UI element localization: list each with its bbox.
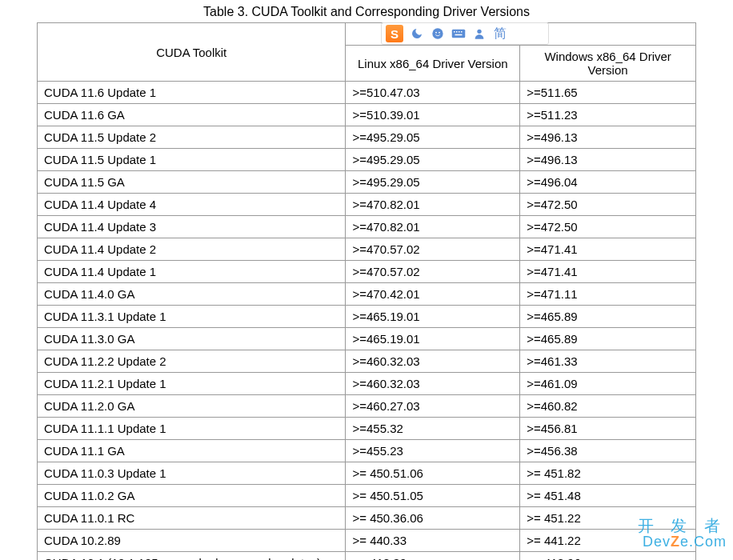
svg-rect-4 <box>454 31 455 33</box>
cell-linux: >=465.19.01 <box>346 306 520 328</box>
cell-linux: >=495.29.05 <box>346 171 520 194</box>
cell-linux: >= 450.36.06 <box>346 507 520 530</box>
table-row: CUDA 11.3.0 GA>=465.19.01>=465.89 <box>38 328 696 350</box>
svg-rect-6 <box>459 31 460 33</box>
cuda-driver-table: CUDA Toolkit Version Linux x86_64 Driver… <box>37 22 696 560</box>
table-row: CUDA 10.1 (10.1.105 general release, and… <box>38 552 696 561</box>
table-row: CUDA 11.5 Update 2>=495.29.05>=496.13 <box>38 126 696 149</box>
cell-windows: >=471.41 <box>520 238 696 261</box>
cell-toolkit: CUDA 11.6 Update 1 <box>38 82 346 104</box>
cell-windows: >=472.50 <box>520 194 696 216</box>
table-row: CUDA 11.5 GA>=495.29.05>=496.04 <box>38 171 696 194</box>
cell-windows: >=496.13 <box>520 126 696 149</box>
cell-windows: >=456.38 <box>520 440 696 462</box>
table-row: CUDA 11.1.1 Update 1>=455.32>=456.81 <box>38 418 696 440</box>
cell-linux: >=510.47.03 <box>346 82 520 104</box>
jian-char-icon: 简 <box>493 26 507 42</box>
cell-linux: >=495.29.05 <box>346 126 520 149</box>
cell-windows: >=465.89 <box>520 328 696 350</box>
cell-windows: >=465.89 <box>520 306 696 328</box>
watermark: 开 发 者 DevZe.Com <box>638 517 727 550</box>
cell-linux: >=470.82.01 <box>346 194 520 216</box>
cell-linux: >=460.32.03 <box>346 373 520 395</box>
cell-windows: >=511.65 <box>520 82 696 104</box>
svg-point-2 <box>439 32 440 34</box>
cell-linux: >= 418.39 <box>346 552 520 561</box>
cell-toolkit: CUDA 11.4 Update 2 <box>38 238 346 261</box>
table-row: CUDA 11.4 Update 4>=470.82.01>=472.50 <box>38 194 696 216</box>
watermark-cn: 开 发 者 <box>638 517 727 534</box>
cell-toolkit: CUDA 11.3.0 GA <box>38 328 346 350</box>
header-toolkit: CUDA Toolkit <box>38 23 346 82</box>
smiley-icon <box>431 27 445 40</box>
cell-toolkit: CUDA 11.0.1 RC <box>38 507 346 530</box>
svg-point-9 <box>477 30 481 34</box>
cell-linux: >=510.39.01 <box>346 104 520 126</box>
ime-toolbar[interactable]: S 简 <box>381 22 549 45</box>
cell-windows: >=472.50 <box>520 216 696 238</box>
cell-linux: >= 450.51.05 <box>346 485 520 507</box>
table-row: CUDA 11.2.1 Update 1>=460.32.03>=461.09 <box>38 373 696 395</box>
cell-toolkit: CUDA 11.0.2 GA <box>38 485 346 507</box>
cell-linux: >=455.32 <box>346 418 520 440</box>
cell-linux: >=460.32.03 <box>346 350 520 373</box>
cell-toolkit: CUDA 11.6 GA <box>38 104 346 126</box>
svg-rect-3 <box>452 30 466 38</box>
table-caption: Table 3. CUDA Toolkit and Corresponding … <box>0 0 733 22</box>
cell-toolkit: CUDA 11.5 GA <box>38 171 346 194</box>
cell-windows: >=496.04 <box>520 171 696 194</box>
cell-toolkit: CUDA 10.1 (10.1.105 general release, and… <box>38 552 346 561</box>
keyboard-icon <box>451 27 466 40</box>
cell-windows: >=511.23 <box>520 104 696 126</box>
cell-toolkit: CUDA 11.5 Update 2 <box>38 126 346 149</box>
cell-windows: >= 451.82 <box>520 462 696 485</box>
cell-toolkit: CUDA 11.4.0 GA <box>38 283 346 306</box>
table-row: CUDA 11.2.0 GA>=460.27.03>=460.82 <box>38 395 696 418</box>
cell-toolkit: CUDA 11.0.3 Update 1 <box>38 462 346 485</box>
svg-point-0 <box>432 28 443 38</box>
svg-rect-5 <box>456 31 458 33</box>
cell-toolkit: CUDA 11.2.2 Update 2 <box>38 350 346 373</box>
cell-toolkit: CUDA 11.1 GA <box>38 440 346 462</box>
cell-toolkit: CUDA 11.4 Update 4 <box>38 194 346 216</box>
cell-toolkit: CUDA 11.1.1 Update 1 <box>38 418 346 440</box>
cell-toolkit: CUDA 11.3.1 Update 1 <box>38 306 346 328</box>
table-row: CUDA 11.6 Update 1>=510.47.03>=511.65 <box>38 82 696 104</box>
cell-windows: >= 418.96 <box>520 552 696 561</box>
svg-rect-7 <box>461 31 463 33</box>
table-row: CUDA 11.6 GA>=510.39.01>=511.23 <box>38 104 696 126</box>
cell-linux: >=470.57.02 <box>346 261 520 283</box>
person-icon <box>472 27 487 40</box>
cell-linux: >=470.42.01 <box>346 283 520 306</box>
cell-windows: >=496.13 <box>520 149 696 171</box>
table-row: CUDA 11.0.2 GA>= 450.51.05>= 451.48 <box>38 485 696 507</box>
cell-linux: >= 440.33 <box>346 530 520 552</box>
svg-point-1 <box>435 32 437 34</box>
table-row: CUDA 11.0.1 RC>= 450.36.06>= 451.22 <box>38 507 696 530</box>
cell-linux: >= 450.51.06 <box>346 462 520 485</box>
cell-windows: >=456.81 <box>520 418 696 440</box>
cell-toolkit: CUDA 11.5 Update 1 <box>38 149 346 171</box>
cell-linux: >=495.29.05 <box>346 149 520 171</box>
cell-toolkit: CUDA 11.4 Update 1 <box>38 261 346 283</box>
cell-toolkit: CUDA 11.2.0 GA <box>38 395 346 418</box>
table-row: CUDA 11.4 Update 1>=470.57.02>=471.41 <box>38 261 696 283</box>
header-windows: Windows x86_64 Driver Version <box>520 46 696 82</box>
cell-toolkit: CUDA 10.2.89 <box>38 530 346 552</box>
cell-linux: >=455.23 <box>346 440 520 462</box>
table-row: CUDA 11.3.1 Update 1>=465.19.01>=465.89 <box>38 306 696 328</box>
table-row: CUDA 11.2.2 Update 2>=460.32.03>=461.33 <box>38 350 696 373</box>
table-row: CUDA 11.1 GA>=455.23>=456.38 <box>38 440 696 462</box>
cell-windows: >=471.41 <box>520 261 696 283</box>
moon-icon <box>410 27 424 40</box>
table-row: CUDA 10.2.89>= 440.33>= 441.22 <box>38 530 696 552</box>
cell-windows: >=471.11 <box>520 283 696 306</box>
cell-windows: >= 451.48 <box>520 485 696 507</box>
header-linux: Linux x86_64 Driver Version <box>346 46 520 82</box>
table-row: CUDA 11.5 Update 1>=495.29.05>=496.13 <box>38 149 696 171</box>
cell-toolkit: CUDA 11.4 Update 3 <box>38 216 346 238</box>
cell-windows: >=460.82 <box>520 395 696 418</box>
watermark-en: DevZe.Com <box>638 534 727 550</box>
cell-windows: >=461.33 <box>520 350 696 373</box>
cell-linux: >=460.27.03 <box>346 395 520 418</box>
